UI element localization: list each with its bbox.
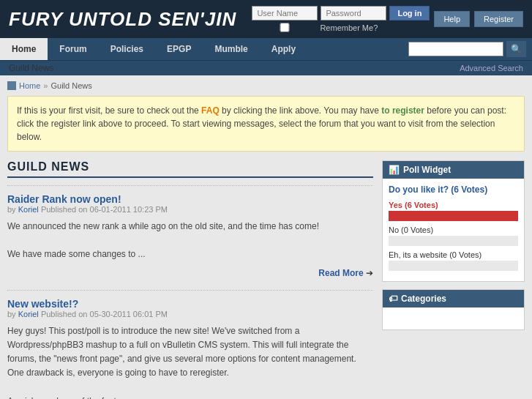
article-2-meta: by Koriel Published on 05-30-2011 06:01 … xyxy=(7,310,373,318)
main-layout: GUILD NEWS Raider Rank now open! by Kori… xyxy=(7,160,525,399)
article-1-author[interactable]: Koriel xyxy=(18,205,39,214)
login-form: Log in Remember Me? xyxy=(252,6,430,32)
categories-widget-title: Categories xyxy=(401,294,446,304)
content-wrapper: Home » Guild News If this is your first … xyxy=(0,75,532,399)
notice-faq-link[interactable]: FAQ xyxy=(201,105,220,116)
remember-me-checkbox[interactable] xyxy=(252,23,318,32)
notice-text-1: If this is your first visit, be sure to … xyxy=(17,105,201,116)
article-2-body: Hey guys! This post/poll is to introduce… xyxy=(7,324,373,399)
article-2-line-2: A quick run-down of the features: xyxy=(7,395,373,400)
article-2-date: Published on 05-30-2011 06:01 PM xyxy=(41,310,168,318)
nav-item-epgp[interactable]: EPGP xyxy=(155,38,203,60)
article-1-meta: by Koriel Published on 06-01-2011 10:23 … xyxy=(7,205,373,214)
login-area: Log in Remember Me? Help Register xyxy=(252,6,523,32)
breadcrumb: Home » Guild News xyxy=(7,81,525,90)
main-content: GUILD NEWS Raider Rank now open! by Kori… xyxy=(7,160,373,399)
poll-bar-1 xyxy=(389,211,518,221)
news-article-1: Raider Rank now open! by Koriel Publishe… xyxy=(7,193,373,278)
home-icon xyxy=(7,81,16,90)
main-nav: Home Forum Policies EPGP Mumble Apply 🔍 xyxy=(0,38,532,60)
register-button[interactable]: Register xyxy=(474,11,523,27)
poll-widget-body: Do you like it? (6 Votes) Yes (6 Votes) … xyxy=(383,179,524,281)
article-divider xyxy=(7,290,373,291)
nav-item-apply[interactable]: Apply xyxy=(260,38,307,60)
nav-search-area: 🔍 xyxy=(408,41,532,57)
poll-bar-2-wrap xyxy=(389,236,518,246)
notice-register-link[interactable]: to register xyxy=(381,105,424,116)
poll-option-2-label: No (0 Votes) xyxy=(389,225,518,234)
sidebar: 📊 Poll Widget Do you like it? (6 Votes) … xyxy=(382,160,525,399)
guild-news-divider xyxy=(7,185,373,186)
nav-item-home[interactable]: Home xyxy=(0,38,48,60)
password-input[interactable] xyxy=(321,6,386,20)
breadcrumb-sep: » xyxy=(43,81,48,90)
article-1-body: We announced the new rank a while ago on… xyxy=(7,220,373,262)
search-button[interactable]: 🔍 xyxy=(506,41,526,57)
remember-me-area: Remember Me? xyxy=(252,23,430,32)
poll-option-3: Eh, its a website (0 Votes) xyxy=(389,250,518,271)
help-button[interactable]: Help xyxy=(434,11,470,27)
guild-news-title: GUILD NEWS xyxy=(7,160,373,178)
article-2-title[interactable]: New website!? xyxy=(7,298,78,310)
breadcrumb-home[interactable]: Home xyxy=(19,81,40,90)
article-2-author[interactable]: Koriel xyxy=(18,310,39,318)
poll-question: Do you like it? (6 Votes) xyxy=(389,184,518,195)
nav-item-forum[interactable]: Forum xyxy=(48,38,98,60)
notice-text-2: by clicking the link above. You may have xyxy=(220,105,381,116)
nav-item-policies[interactable]: Policies xyxy=(99,38,155,60)
sub-nav-guild-news: Guild News xyxy=(9,63,53,73)
search-input[interactable] xyxy=(408,42,503,56)
article-2-line-1: Hey guys! This post/poll is to introduce… xyxy=(7,324,373,381)
sub-nav: Guild News Advanced Search xyxy=(0,60,532,75)
article-1-title[interactable]: Raider Rank now open! xyxy=(7,193,121,205)
article-1-line-2: We have made some changes to ... xyxy=(7,247,373,261)
poll-option-3-label: Eh, its a website (0 Votes) xyxy=(389,250,518,259)
categories-widget: 🏷 Categories xyxy=(382,289,525,330)
nav-item-mumble[interactable]: Mumble xyxy=(203,38,259,60)
article-1-line-1: We announced the new rank a while ago on… xyxy=(7,220,373,234)
article-1-read-more-link[interactable]: Read More xyxy=(318,268,363,278)
article-1-read-more-area: Read More ➔ xyxy=(7,268,373,278)
breadcrumb-current: Guild News xyxy=(50,81,91,90)
username-input[interactable] xyxy=(252,6,318,20)
site-header: FURY UNTOLD SEN'JIN Log in Remember Me? … xyxy=(0,0,532,38)
poll-option-1-label: Yes (6 Votes) xyxy=(389,201,518,209)
categories-widget-header: 🏷 Categories xyxy=(383,290,524,307)
login-button[interactable]: Log in xyxy=(389,6,430,20)
poll-chart-icon: 📊 xyxy=(389,165,400,175)
poll-option-2: No (0 Votes) xyxy=(389,225,518,246)
notice-box: If this is your first visit, be sure to … xyxy=(7,96,525,152)
site-title: FURY UNTOLD SEN'JIN xyxy=(9,8,236,31)
poll-bar-3-wrap xyxy=(389,261,518,271)
poll-widget-header: 📊 Poll Widget xyxy=(383,161,524,179)
nav-items: Home Forum Policies EPGP Mumble Apply xyxy=(0,38,307,60)
poll-bar-1-wrap xyxy=(389,211,518,221)
categories-widget-body xyxy=(383,307,524,329)
poll-widget-title: Poll Widget xyxy=(403,165,451,175)
news-article-2: New website!? by Koriel Published on 05-… xyxy=(7,298,373,399)
advanced-search-link[interactable]: Advanced Search xyxy=(460,64,523,72)
poll-widget: 📊 Poll Widget Do you like it? (6 Votes) … xyxy=(382,160,525,282)
poll-option-1: Yes (6 Votes) xyxy=(389,201,518,221)
categories-icon: 🏷 xyxy=(389,294,397,304)
article-1-date: Published on 06-01-2011 10:23 PM xyxy=(41,205,168,214)
remember-me-label: Remember Me? xyxy=(320,23,378,32)
